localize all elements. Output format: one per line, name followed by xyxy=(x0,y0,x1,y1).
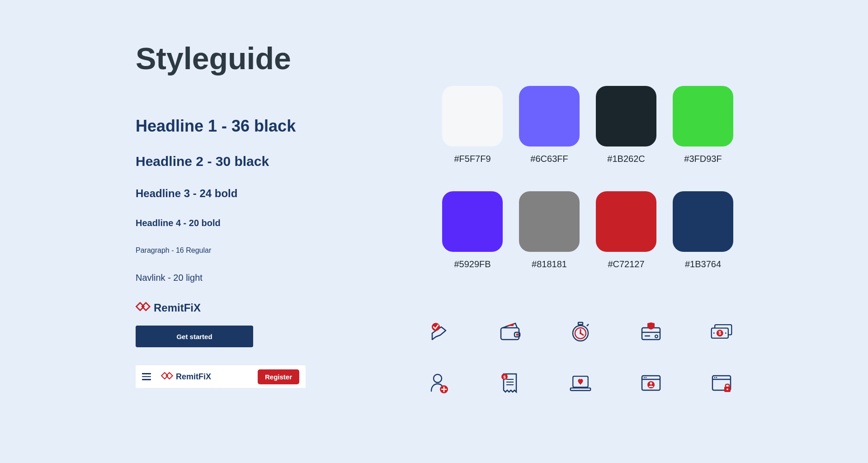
color-palette: #F5F7F9 #6C63FF #1B262C #3FD93F #5929FB … xyxy=(442,86,735,269)
color-swatch: #1B262C xyxy=(596,86,656,164)
color-swatch: #3FD93F xyxy=(673,86,733,164)
swatch-label: #818181 xyxy=(532,259,567,269)
swatch-label: #6C63FF xyxy=(530,154,568,164)
color-swatch: #1B3764 xyxy=(673,191,733,269)
secure-card-icon xyxy=(637,319,665,344)
color-swatch: #818181 xyxy=(519,191,580,269)
svg-point-15 xyxy=(655,335,658,338)
laptop-love-icon xyxy=(567,371,594,395)
svg-point-41 xyxy=(714,377,716,378)
svg-rect-6 xyxy=(578,322,583,325)
brand-logo-icon xyxy=(161,371,174,383)
svg-line-8 xyxy=(587,324,589,326)
svg-rect-32 xyxy=(571,388,591,391)
swatch-box xyxy=(596,86,656,146)
icon-set: $ xyxy=(426,319,735,395)
svg-point-20 xyxy=(713,332,715,334)
transfer-check-icon xyxy=(426,319,453,344)
swatch-box xyxy=(519,191,580,252)
color-swatch: #C72127 xyxy=(596,191,656,269)
add-user-icon xyxy=(426,371,453,395)
svg-point-36 xyxy=(646,377,647,378)
swatch-label: #1B3764 xyxy=(685,259,721,269)
svg-text:$: $ xyxy=(503,375,505,379)
brand-logo: RemitFiX xyxy=(136,301,389,315)
menu-icon[interactable] xyxy=(142,373,151,380)
swatch-label: #C72127 xyxy=(608,259,644,269)
headline-2-sample: Headline 2 - 30 black xyxy=(136,154,389,169)
page-title: Styleguide xyxy=(136,41,389,76)
swatch-box xyxy=(673,86,733,146)
headline-1-sample: Headline 1 - 36 black xyxy=(136,117,389,136)
svg-point-37 xyxy=(647,381,655,388)
svg-point-38 xyxy=(650,383,652,385)
color-swatch: #6C63FF xyxy=(519,86,580,164)
cash-icon: $ xyxy=(708,319,735,344)
navbar-sample: RemitFiX Register xyxy=(136,365,306,388)
headline-3-sample: Headline 3 - 24 bold xyxy=(136,187,389,200)
svg-point-35 xyxy=(644,377,645,378)
lock-window-icon xyxy=(708,371,735,395)
navbar-brand-logo: RemitFiX xyxy=(161,371,211,383)
svg-point-44 xyxy=(726,388,728,390)
swatch-box xyxy=(442,86,503,146)
svg-point-22 xyxy=(434,374,442,383)
get-started-button[interactable]: Get started xyxy=(136,326,253,347)
navbar-brand-text: RemitFiX xyxy=(176,372,211,382)
stopwatch-icon xyxy=(567,319,594,344)
svg-point-21 xyxy=(725,332,726,334)
swatch-box xyxy=(442,191,503,252)
swatch-label: #5929FB xyxy=(454,259,491,269)
color-swatch: #5929FB xyxy=(442,191,503,269)
brand-logo-icon xyxy=(136,301,151,315)
swatch-box xyxy=(596,191,656,252)
svg-point-0 xyxy=(432,323,440,331)
swatch-box xyxy=(519,86,580,146)
register-button[interactable]: Register xyxy=(258,369,299,384)
headline-4-sample: Headline 4 - 20 bold xyxy=(136,218,389,228)
brand-logo-text: RemitFiX xyxy=(154,302,201,314)
swatch-label: #F5F7F9 xyxy=(454,154,491,164)
navlink-sample: Navlink - 20 light xyxy=(136,273,389,283)
svg-text:$: $ xyxy=(718,331,721,335)
paragraph-sample: Paragraph - 16 Regular xyxy=(136,246,389,255)
swatch-label: #3FD93F xyxy=(684,154,722,164)
wallet-icon xyxy=(496,319,524,344)
swatch-label: #1B262C xyxy=(607,154,645,164)
color-swatch: #F5F7F9 xyxy=(442,86,503,164)
svg-rect-1 xyxy=(501,328,519,340)
swatch-box xyxy=(673,191,733,252)
account-window-icon xyxy=(637,371,665,395)
svg-point-42 xyxy=(716,377,717,378)
svg-point-3 xyxy=(516,334,519,336)
receipt-icon: $ xyxy=(496,371,524,395)
svg-point-11 xyxy=(580,332,581,334)
